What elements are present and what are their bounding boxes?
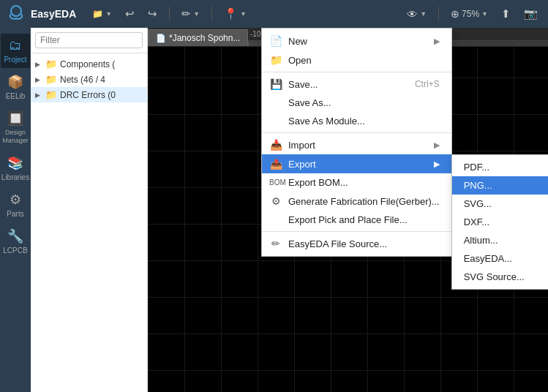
menu-item-open[interactable]: 📁 Open [262, 50, 451, 69]
genfab-label: Generate Fabrication File(Gerber)... [288, 196, 440, 207]
nets-folder-icon: 📁 [45, 74, 57, 85]
eelib-icon: 📦 [7, 74, 23, 90]
undo-icon: ↩ [125, 7, 135, 20]
eye-btn[interactable]: 👁 ▼ [402, 5, 431, 23]
pin-btn[interactable]: 📍 ▼ [219, 4, 251, 23]
drc-label: DRC Errors (0 [60, 90, 116, 100]
filesource-icon: ✏ [269, 238, 282, 249]
export-label: Export [288, 159, 316, 170]
menu-item-save[interactable]: 💾 Save... Ctrl+S [262, 75, 451, 94]
logo-icon [6, 4, 26, 24]
nets-label: Nets (46 / 4 [60, 75, 105, 85]
main-dropdown-menu: 📄 New ▶ 📁 Open 💾 Save... Ctrl+S Save As.… [261, 28, 452, 257]
menu-item-filesource[interactable]: ✏ EasyEDA File Source... [262, 234, 451, 253]
new-arrow-icon: ▶ [434, 37, 440, 46]
sidebar-label-project: Project [4, 56, 26, 64]
folder-icon: 📁 [92, 9, 103, 19]
sidebar-item-eelib[interactable]: 📦 EELib [1, 69, 30, 105]
libraries-icon: 📚 [7, 155, 23, 171]
sidebar-item-libraries[interactable]: 📚 Libraries [1, 151, 30, 186]
redo-icon: ↪ [148, 7, 157, 20]
drc-arrow-icon: ▶ [35, 91, 42, 99]
zoom-plus-icon: ⊕ [451, 8, 459, 20]
filter-input[interactable] [35, 32, 143, 48]
zoom-level: 75% [462, 9, 479, 19]
undo-btn[interactable]: ↩ [121, 4, 139, 23]
submenu-svg[interactable]: SVG... [452, 195, 548, 213]
menu-item-export[interactable]: 📤 Export ▶ PDF... PNG... SVG... DXF... [262, 154, 451, 173]
save-label: Save... [288, 79, 318, 90]
menu-item-saveasmodule[interactable]: Save As Module... [262, 112, 451, 130]
sidebar-label-lcpcb: LCPCB [3, 246, 27, 255]
eye-arrow-icon: ▼ [420, 10, 427, 18]
open-label: Open [288, 55, 312, 66]
submenu-pdf[interactable]: PDF... [452, 158, 548, 176]
export-arrow-icon: ▶ [434, 159, 440, 169]
menu-item-exportpnp[interactable]: Export Pick and Place File... [262, 211, 451, 229]
submenu-easyeda[interactable]: EasyEDA... [452, 249, 548, 268]
export-arrow-btn[interactable]: ⬆ [497, 4, 515, 23]
menu-item-exportbom[interactable]: BOM Export BOM... [262, 173, 451, 192]
svgsource-label: SVG Source... [464, 271, 525, 282]
menu-item-import[interactable]: 📥 Import ▶ [262, 135, 451, 154]
logo-text: EasyEDA [31, 8, 76, 20]
saveas-label: Save As... [288, 97, 331, 108]
sidebar-item-project[interactable]: 🗂 Project [1, 34, 30, 68]
genfab-icon: ⚙ [269, 195, 282, 207]
lcpcb-icon: 🔧 [7, 228, 23, 244]
menu-item-saveas[interactable]: Save As... [262, 94, 451, 112]
altium-label: Altium... [464, 235, 498, 246]
sidebar-label-parts: Parts [7, 210, 23, 218]
submenu-svgsource[interactable]: SVG Source... [452, 268, 548, 286]
filesource-label: EasyEDA File Source... [288, 238, 387, 249]
tree-item-drc[interactable]: ▶ 📁 DRC Errors (0 [31, 87, 147, 102]
parts-icon: ⚙ [10, 192, 21, 208]
zoom-btn[interactable]: ⊕ 75% ▼ [446, 5, 492, 23]
menu-item-new[interactable]: 📄 New ▶ [262, 31, 451, 50]
sidebar-label-libraries: Libraries [1, 173, 29, 181]
panel-filter [31, 28, 147, 53]
tree-item-nets[interactable]: ▶ 📁 Nets (46 / 4 [31, 72, 147, 87]
submenu-altium[interactable]: Altium... [452, 231, 548, 249]
components-arrow-icon: ▶ [35, 61, 42, 68]
submenu-png[interactable]: PNG... [452, 176, 548, 195]
sep-2 [262, 132, 451, 133]
sidebar-item-design-manager[interactable]: 🔲 Design Manager [1, 106, 30, 149]
new-doc-icon: 📄 [269, 35, 282, 47]
tab1-icon: 📄 [156, 34, 166, 43]
sidebar-item-parts[interactable]: ⚙ Parts [1, 187, 30, 222]
pin-arrow-icon: ▼ [240, 10, 247, 18]
design-manager-icon: 🔲 [7, 110, 23, 127]
dxf-label: DXF... [464, 216, 489, 227]
sep-1 [262, 72, 451, 72]
import-label: Import [288, 140, 315, 151]
export-arrow-icon: ⬆ [501, 7, 511, 20]
save-icon: 💾 [269, 78, 282, 90]
exportbom-label: Export BOM... [288, 177, 348, 188]
folder-btn[interactable]: 📁 ▼ [88, 6, 116, 22]
sep3 [438, 7, 439, 21]
tab-janosch[interactable]: 📄 *Janosch Spohn... [148, 29, 248, 46]
import-arrow-icon: ▶ [434, 140, 440, 150]
bom-icon: BOM [269, 178, 282, 186]
camera-btn[interactable]: 📷 [519, 4, 542, 23]
new-label: New [288, 36, 307, 47]
sep2 [211, 7, 212, 21]
sidebar-item-lcpcb[interactable]: 🔧 LCPCB [1, 224, 30, 259]
tree-item-components[interactable]: ▶ 📁 Components ( [31, 56, 147, 72]
svg-label: SVG... [464, 198, 492, 209]
pin-icon: 📍 [224, 7, 238, 20]
redo-btn[interactable]: ↪ [143, 4, 162, 23]
panel: ▶ 📁 Components ( ▶ 📁 Nets (46 / 4 ▶ 📁 DR… [31, 28, 148, 392]
pdf-label: PDF... [464, 162, 489, 173]
tab1-label: *Janosch Spohn... [169, 33, 240, 43]
zoom-arrow-icon: ▼ [481, 10, 488, 18]
canvas-area: 📄 *Janosch Spohn... 🖥 DesktopDeviceJa...… [148, 28, 548, 392]
pencil-btn[interactable]: ✏ ▼ [177, 4, 204, 23]
sep-3 [262, 231, 451, 232]
svg-point-0 [11, 6, 21, 16]
sidebar-label-eelib: EELib [6, 92, 26, 100]
sidebar-label-design-manager: Design Manager [2, 129, 29, 145]
submenu-dxf[interactable]: DXF... [452, 213, 548, 231]
menu-item-genfab[interactable]: ⚙ Generate Fabrication File(Gerber)... [262, 192, 451, 211]
